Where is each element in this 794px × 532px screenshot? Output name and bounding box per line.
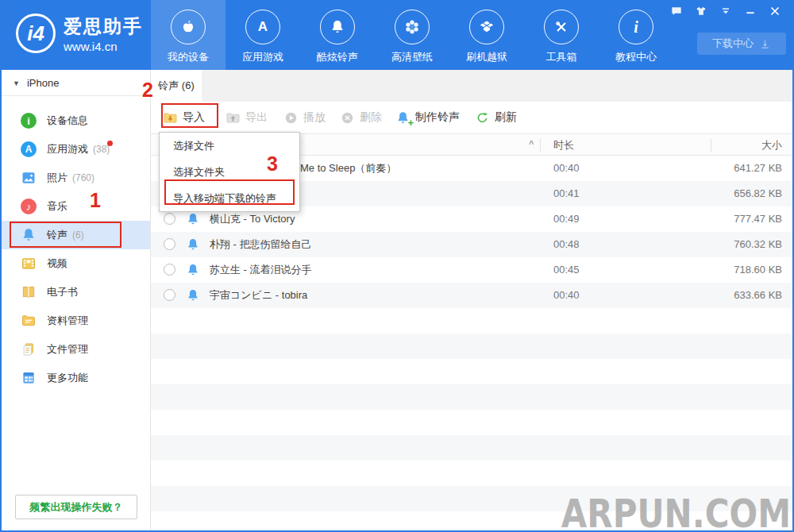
download-center-button[interactable]: 下载中心 — [697, 33, 786, 55]
nav-app-games[interactable]: A 应用游戏 — [225, 0, 300, 70]
annotation-step-3: 3 — [267, 152, 278, 175]
column-duration[interactable]: 时长 — [553, 134, 574, 156]
sidebar-list: i 设备信息 A 应用游戏 (38) 照片 (760) ♪ 音乐 — [2, 106, 150, 392]
table-row[interactable]: 朴翔 - 把悲伤留给自己 00:48 760.32 KB — [151, 232, 792, 257]
row-checkbox[interactable] — [164, 213, 175, 225]
column-divider — [711, 139, 711, 152]
frequent-failure-help-button[interactable]: 频繁出现操作失败？ — [15, 495, 137, 519]
sidebar-item-app-games[interactable]: A 应用游戏 (38) — [2, 135, 150, 164]
nav-label: 我的设备 — [168, 50, 209, 64]
brand-url: www.i4.cn — [64, 40, 143, 53]
notification-dot — [107, 141, 113, 146]
import-dropdown-menu: 选择文件 选择文件夹 导入移动端下载的铃声 — [159, 132, 300, 212]
annotation-box-import — [161, 103, 218, 128]
nav-label: 刷机越狱 — [466, 50, 507, 64]
ringtone-size: 777.47 KB — [734, 206, 782, 232]
music-icon: ♪ — [21, 199, 37, 214]
logo-text: i4 — [27, 21, 44, 46]
skin-icon[interactable] — [694, 5, 707, 17]
device-name: iPhone — [27, 77, 59, 89]
menu-item-choose-file[interactable]: 选择文件 — [160, 133, 299, 159]
annotation-box-menu-item — [164, 179, 295, 205]
delete-button[interactable]: 删除 — [340, 110, 382, 125]
download-icon — [759, 38, 771, 50]
annotation-step-1: 1 — [90, 189, 101, 212]
table-row[interactable]: 宇宙コンビニ - tobira 00:40 633.66 KB — [151, 283, 792, 308]
row-checkbox[interactable] — [164, 264, 175, 276]
nav-label: 工具箱 — [546, 50, 577, 64]
row-checkbox[interactable] — [164, 238, 175, 250]
ringtone-duration: 00:45 — [553, 257, 580, 283]
device-info-icon: i — [21, 113, 37, 129]
feedback-icon[interactable] — [669, 5, 683, 17]
toolbar: 导入 导出 播放 删除 + 制作铃声 — [151, 102, 792, 133]
menu-chevron-icon[interactable] — [719, 5, 732, 17]
sidebar-item-data-manager[interactable]: 资料管理 — [2, 306, 150, 335]
column-size[interactable]: 大小 — [761, 134, 782, 156]
annotation-step-2: 2 — [142, 79, 153, 102]
bell-icon — [186, 263, 200, 277]
i4-logo-icon: i4 — [16, 13, 56, 53]
sidebar-item-photos[interactable]: 照片 (760) — [2, 164, 150, 192]
box-icon — [469, 10, 504, 44]
bell-icon — [320, 10, 355, 44]
sort-caret-icon[interactable]: ^ — [529, 139, 534, 148]
app-store-icon: A — [245, 10, 280, 44]
ringtone-duration: 00:48 — [553, 232, 580, 257]
ringtone-name: 朴翔 - 把悲伤留给自己 — [210, 232, 312, 257]
nav-label: 应用游戏 — [242, 50, 283, 64]
app-window: i4 爱思助手 www.i4.cn 我的设备 A 应用游戏 酷炫铃声 — [0, 0, 794, 532]
ringtone-duration: 00:49 — [553, 206, 580, 232]
play-button[interactable]: 播放 — [283, 110, 326, 125]
ringtone-name: Me to Sleep（前奏） — [300, 156, 396, 181]
play-icon — [283, 110, 299, 125]
ringtone-size: 641.27 KB — [734, 156, 782, 181]
export-folder-icon — [225, 110, 241, 125]
row-checkbox[interactable] — [164, 289, 175, 301]
ringtone-size: 718.60 KB — [734, 257, 782, 283]
make-ringtone-button[interactable]: + 制作铃声 — [395, 110, 460, 125]
export-button[interactable]: 导出 — [225, 110, 268, 125]
sidebar-item-ebooks[interactable]: 电子书 — [2, 278, 150, 306]
refresh-icon — [475, 110, 490, 125]
nav-wallpapers[interactable]: 高清壁纸 — [375, 0, 449, 70]
grid-icon — [21, 370, 37, 386]
close-icon[interactable] — [768, 5, 781, 17]
files-icon — [21, 341, 37, 357]
apple-icon — [171, 10, 206, 44]
bell-icon — [186, 288, 200, 303]
sidebar-item-videos[interactable]: 视频 — [2, 249, 150, 278]
sidebar-item-file-manager[interactable]: 文件管理 — [2, 335, 150, 364]
ringtone-size: 656.82 KB — [734, 181, 782, 206]
nav-tutorials[interactable]: i 教程中心 — [599, 0, 673, 70]
brand: i4 爱思助手 www.i4.cn — [16, 13, 143, 53]
minimize-icon[interactable] — [743, 5, 757, 17]
tab-strip: 铃声 (6) — [151, 70, 792, 102]
ringtone-size: 760.32 KB — [734, 232, 782, 257]
bell-icon — [186, 212, 200, 226]
nav-label: 酷炫铃声 — [317, 50, 358, 64]
flower-icon — [395, 10, 430, 44]
info-icon: i — [619, 10, 653, 44]
sidebar-item-device-info[interactable]: i 设备信息 — [2, 106, 150, 135]
sidebar-item-music[interactable]: ♪ 音乐 — [2, 192, 150, 221]
nav-my-device[interactable]: 我的设备 — [151, 0, 225, 70]
nav-flash-jailbreak[interactable]: 刷机越狱 — [449, 0, 524, 70]
window-controls — [669, 5, 781, 17]
app-store-icon: A — [21, 141, 37, 157]
device-selector[interactable]: ▼iPhone — [2, 70, 150, 96]
tab-ringtones[interactable]: 铃声 (6) — [151, 70, 202, 102]
nav-toolbox[interactable]: 工具箱 — [524, 0, 599, 70]
nav-label: 高清壁纸 — [391, 50, 433, 64]
ringtone-name: 苏立生 - 流着泪说分手 — [210, 257, 312, 283]
tools-icon — [544, 10, 579, 44]
sidebar-item-more-features[interactable]: 更多功能 — [2, 364, 150, 392]
bell-icon — [186, 237, 200, 252]
download-center-label: 下载中心 — [712, 37, 754, 51]
app-header: i4 爱思助手 www.i4.cn 我的设备 A 应用游戏 酷炫铃声 — [2, 0, 792, 70]
ringtone-name: 宇宙コンビニ - tobira — [210, 283, 307, 308]
brand-name: 爱思助手 — [64, 14, 143, 39]
nav-ringtones[interactable]: 酷炫铃声 — [300, 0, 375, 70]
refresh-button[interactable]: 刷新 — [475, 110, 517, 125]
table-row[interactable]: 苏立生 - 流着泪说分手 00:45 718.60 KB — [151, 257, 792, 283]
